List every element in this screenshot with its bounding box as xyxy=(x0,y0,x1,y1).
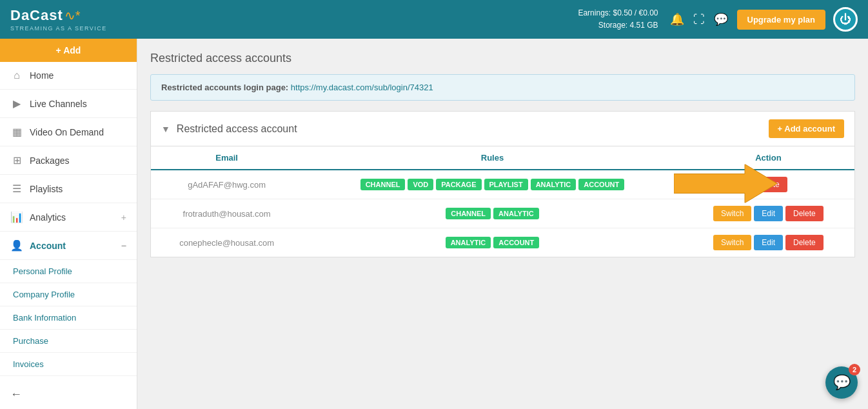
sidebar-item-personal-profile[interactable]: Personal Profile xyxy=(0,260,137,283)
info-label: Restricted accounts login page: xyxy=(161,83,288,92)
play-icon: ▶ xyxy=(10,97,23,110)
sidebar-item-vod-label: Video On Demand xyxy=(30,127,104,137)
tags-container: CHANNEL ANALYTIC xyxy=(311,208,673,219)
home-icon: ⌂ xyxy=(10,70,23,81)
tag-playlist: PLAYLIST xyxy=(484,179,528,190)
table-row: conephecle@housat.com ANALYTIC ACCOUNT S… xyxy=(151,228,854,257)
chat-bubble-icon: 💬 xyxy=(833,374,851,391)
bell-icon[interactable]: 🔔 xyxy=(670,12,684,26)
sidebar-item-account[interactable]: 👤 Account − xyxy=(0,232,137,260)
col-action: Action xyxy=(682,146,854,170)
storage-label: Storage: 4.51 GB xyxy=(578,19,658,32)
tags-cell: ANALYTIC ACCOUNT xyxy=(302,228,682,257)
chat-icon[interactable]: 💬 xyxy=(714,12,728,26)
sidebar-item-playlists-label: Playlists xyxy=(30,184,63,194)
section-title: Restricted access account xyxy=(177,123,762,135)
sidebar-item-account-label: Account xyxy=(30,241,66,251)
row3-actions: Switch Edit Delete xyxy=(691,235,845,250)
tag-vod: VOD xyxy=(408,179,433,190)
chat-badge: 2 xyxy=(849,364,860,375)
company-profile-label: Company Profile xyxy=(13,290,75,299)
add-account-button[interactable]: + Add account xyxy=(769,119,844,138)
earnings-label: Earnings: $0.50 / €0.00 xyxy=(578,7,658,19)
switch-button-row2[interactable]: Switch xyxy=(713,206,751,221)
tag-channel: CHANNEL xyxy=(446,208,491,219)
tag-analytic: ANALYTIC xyxy=(493,208,539,219)
analytics-expand-icon: + xyxy=(121,212,126,223)
tags-cell: CHANNEL ANALYTIC xyxy=(302,199,682,228)
logo-text: DaCast xyxy=(10,7,63,24)
switch-button-row3[interactable]: Switch xyxy=(713,235,751,250)
table-body: gAdAFAF@hwg.com CHANNEL VOD PACKAGE PLAY… xyxy=(151,170,854,257)
tag-account: ACCOUNT xyxy=(578,179,624,190)
tags-cell: CHANNEL VOD PACKAGE PLAYLIST ANALYTIC AC… xyxy=(302,170,682,199)
tag-analytic: ANALYTIC xyxy=(446,237,491,248)
email-cell: conephecle@housat.com xyxy=(151,228,302,257)
tag-package: PACKAGE xyxy=(436,179,481,190)
back-icon: ← xyxy=(10,388,22,401)
row1-actions: Delete xyxy=(691,177,845,192)
playlists-icon: ☰ xyxy=(10,183,23,195)
delete-button-row3[interactable]: Delete xyxy=(785,235,824,250)
purchase-label: Purchase xyxy=(13,336,48,346)
chevron-down-icon[interactable]: ▼ xyxy=(161,124,170,134)
topnav-icons: 🔔 ⛶ 💬 xyxy=(670,12,728,26)
sidebar-item-analytics[interactable]: 📊 Analytics + xyxy=(0,203,137,232)
main-content: Restricted access accounts Restricted ac… xyxy=(137,39,868,409)
email-cell: gAdAFAF@hwg.com xyxy=(151,170,302,199)
sidebar-item-live-channels-label: Live Channels xyxy=(30,99,87,109)
sidebar-item-invoices[interactable]: Invoices xyxy=(0,353,137,376)
delete-button-row1[interactable]: Delete xyxy=(749,177,787,192)
accounts-table: Email Rules Action gAdAFAF@hwg.com CHANN… xyxy=(151,146,854,257)
bank-information-label: Bank Information xyxy=(13,313,76,323)
logo: DaCast ∿* STREAMING AS A SERVICE xyxy=(10,7,107,32)
fullscreen-icon[interactable]: ⛶ xyxy=(693,13,705,26)
power-button[interactable]: ⏻ xyxy=(833,7,858,32)
delete-button-row2[interactable]: Delete xyxy=(785,206,824,221)
row2-actions: Switch Edit Delete xyxy=(691,206,845,221)
sidebar-item-bank-information[interactable]: Bank Information xyxy=(0,306,137,330)
table-header-row: Email Rules Action xyxy=(151,146,854,170)
edit-button-row3[interactable]: Edit xyxy=(754,235,783,250)
analytics-icon: 📊 xyxy=(10,211,23,223)
sidebar-item-company-profile[interactable]: Company Profile xyxy=(0,283,137,306)
sidebar-item-home[interactable]: ⌂ Home xyxy=(0,62,137,90)
table-row: frotraduth@housat.com CHANNEL ANALYTIC S… xyxy=(151,199,854,228)
invoices-label: Invoices xyxy=(13,359,44,369)
sidebar-item-live-channels[interactable]: ▶ Live Channels xyxy=(0,90,137,118)
tags-container: CHANNEL VOD PACKAGE PLAYLIST ANALYTIC AC… xyxy=(311,179,673,190)
tag-account: ACCOUNT xyxy=(493,237,539,248)
sidebar-item-purchase[interactable]: Purchase xyxy=(0,330,137,353)
tag-channel: CHANNEL xyxy=(360,179,406,190)
back-button[interactable]: ← xyxy=(0,380,137,409)
sidebar-item-packages-label: Packages xyxy=(30,155,69,166)
account-icon: 👤 xyxy=(10,239,23,252)
topnav: DaCast ∿* STREAMING AS A SERVICE Earning… xyxy=(0,0,868,39)
sidebar-item-home-label: Home xyxy=(30,70,54,81)
sidebar-item-packages[interactable]: ⊞ Packages xyxy=(0,146,137,175)
vod-icon: ▦ xyxy=(10,126,23,138)
tags-container: ANALYTIC ACCOUNT xyxy=(311,237,673,248)
sidebar-item-playlists[interactable]: ☰ Playlists xyxy=(0,175,137,203)
table-wrapper: Email Rules Action gAdAFAF@hwg.com CHANN… xyxy=(150,146,855,257)
sidebar-item-vod[interactable]: ▦ Video On Demand xyxy=(0,118,137,146)
sidebar-item-analytics-label: Analytics xyxy=(30,212,66,223)
logo-wave: ∿* xyxy=(64,8,81,23)
add-button[interactable]: + Add xyxy=(0,39,137,62)
packages-icon: ⊞ xyxy=(10,154,23,166)
page-title: Restricted access accounts xyxy=(150,52,855,65)
tag-analytic: ANALYTIC xyxy=(531,179,577,190)
topnav-stats: Earnings: $0.50 / €0.00 Storage: 4.51 GB xyxy=(578,7,658,32)
info-link[interactable]: https://my.dacast.com/sub/login/74321 xyxy=(291,83,433,92)
col-email: Email xyxy=(151,146,302,170)
personal-profile-label: Personal Profile xyxy=(13,266,72,276)
actions-cell: Switch Edit Delete xyxy=(682,228,854,257)
table-row: gAdAFAF@hwg.com CHANNEL VOD PACKAGE PLAY… xyxy=(151,170,854,199)
table-head: Email Rules Action xyxy=(151,146,854,170)
upgrade-button[interactable]: Upgrade my plan xyxy=(737,10,825,30)
chat-bubble[interactable]: 💬 2 xyxy=(825,366,858,399)
info-box: Restricted accounts login page: https://… xyxy=(150,74,855,101)
account-expand-icon: − xyxy=(121,241,126,251)
edit-button-row2[interactable]: Edit xyxy=(754,206,783,221)
actions-cell: Delete xyxy=(682,170,854,199)
